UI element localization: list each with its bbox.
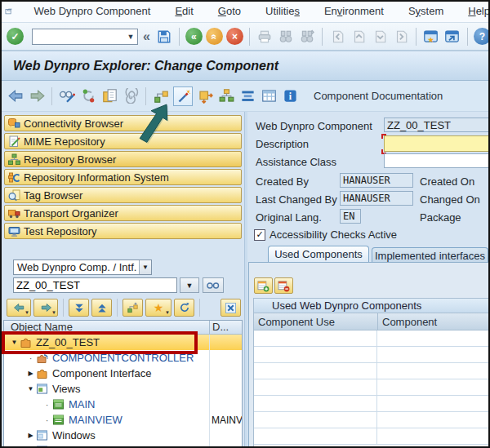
close-browser-button[interactable] (220, 299, 241, 317)
table-row[interactable] (254, 363, 490, 379)
command-input[interactable] (33, 30, 124, 43)
assistance-class-input[interactable] (384, 153, 490, 168)
find-icon (277, 28, 295, 46)
tree-row-main[interactable]: · MAIN (4, 397, 242, 412)
refresh-icon[interactable] (79, 87, 97, 105)
collapse-node-icon[interactable]: ▼ (25, 385, 36, 393)
tree-node-desc (209, 428, 242, 443)
delete-row-button[interactable] (274, 277, 293, 294)
table-row[interactable] (254, 379, 490, 396)
component-documentation-button[interactable]: Component Documentation (314, 90, 443, 102)
browser-button-repo-info-system[interactable]: Repository Information System (4, 169, 242, 185)
expand-node-icon[interactable]: ▶ (25, 432, 36, 439)
command-dropdown-icon[interactable]: ▼ (124, 29, 137, 44)
back-arrow-icon[interactable] (7, 87, 24, 105)
tab-implemented-interfaces[interactable]: Implemented interfaces (372, 247, 488, 264)
sort-levels-icon[interactable] (238, 87, 256, 105)
menu-web-dynpro-component[interactable]: Web Dynpro Component (34, 5, 151, 17)
table-row[interactable] (254, 347, 490, 363)
browser-button-repository[interactable]: Repository Browser (4, 151, 242, 167)
enter-icon[interactable]: ✓ (7, 28, 24, 45)
tag-browser-icon (8, 189, 20, 202)
tree-row-web-dynpro-applications[interactable]: ▶ Web Dynpro Applications (4, 443, 242, 448)
info-icon[interactable]: i (281, 87, 299, 105)
browser-button-tag[interactable]: Tag Browser (4, 187, 242, 203)
system-menu-icon[interactable] (5, 5, 13, 18)
test-repository-icon (8, 225, 20, 237)
table-row[interactable] (254, 396, 490, 412)
tree-node-desc (209, 443, 242, 448)
collapse-node-icon[interactable]: ▼ (9, 339, 20, 346)
menu-environment[interactable]: Environment (324, 5, 384, 17)
main-content: Connectivity Browser MIME Repository Rep… (0, 112, 490, 448)
browser-button-mime[interactable]: MIME Repository (4, 133, 242, 149)
last-changed-by-label: Last Changed By (256, 193, 337, 206)
tree-row-componentcontroller[interactable]: · COMPONENTCONTROLLER (4, 350, 242, 366)
object-list-icon[interactable] (217, 87, 235, 105)
tree-row-windows[interactable]: ▶ Windows (4, 428, 242, 443)
command-field[interactable]: ▼ (32, 29, 138, 45)
expand-node-icon[interactable]: ▶ (25, 370, 36, 377)
display-other-object-icon[interactable] (196, 87, 214, 105)
menu-goto[interactable]: Goto (218, 5, 241, 17)
dropdown-arrow-icon: ▼ (165, 310, 170, 315)
object-structure-icon[interactable] (152, 87, 170, 105)
display-change-icon[interactable] (58, 87, 76, 105)
back-icon[interactable]: « (185, 28, 203, 45)
browser-button-label: Transport Organizer (24, 207, 118, 220)
accessibility-checkbox[interactable]: ✓ (254, 229, 265, 241)
menu-help[interactable]: Help (468, 5, 490, 17)
description-input[interactable] (384, 135, 490, 152)
tree-node-label: Component Interface (52, 367, 151, 379)
tree-header-object-name[interactable]: Object Name (4, 321, 209, 334)
tree-row-component[interactable]: ▼ ZZ_00_TEST (4, 335, 242, 350)
tree-row-mainview[interactable]: · MAINVIEW MAINV (4, 412, 242, 428)
menu-utilities[interactable]: Utilities (265, 5, 300, 17)
tab-used-components[interactable]: Used Components (268, 246, 369, 262)
object-name-history-button[interactable]: ▼ (180, 277, 199, 293)
table-row[interactable] (254, 330, 490, 347)
cancel-icon[interactable]: × (226, 28, 243, 45)
insert-row-button[interactable] (254, 277, 273, 294)
help-icon[interactable]: ? (474, 28, 490, 45)
table-row[interactable] (254, 412, 490, 428)
tree-header-description[interactable]: D... (209, 321, 242, 334)
table-view-icon[interactable] (260, 87, 278, 105)
browser-button-test-repository[interactable]: Test Repository (4, 223, 242, 239)
menu-system[interactable]: System (408, 5, 443, 17)
spiral-icon[interactable] (122, 87, 140, 105)
browser-button-label: Test Repository (24, 225, 97, 237)
toolbar-separator (199, 299, 200, 317)
history-forward-button[interactable]: ▼ (33, 299, 58, 317)
table-row[interactable] (254, 428, 490, 445)
tree-row-component-interface[interactable]: ▶ Component Interface (4, 366, 242, 381)
forward-arrow-icon[interactable] (28, 87, 46, 105)
history-back-button[interactable]: ▼ (7, 299, 31, 317)
save-icon[interactable] (155, 28, 173, 46)
browser-button-transport[interactable]: Transport Organizer (4, 205, 242, 221)
browser-button-connectivity[interactable]: Connectivity Browser (4, 115, 242, 131)
table-row-toolbar (254, 277, 293, 294)
favorites-button[interactable]: ★▼ (145, 299, 172, 317)
column-component[interactable]: Component (378, 313, 490, 330)
object-type-dropdown-icon[interactable]: ▼ (139, 260, 151, 274)
collapse-icon[interactable]: « (143, 29, 150, 44)
menu-edit[interactable]: Edit (175, 5, 193, 17)
copy-icon[interactable] (100, 87, 118, 105)
new-session-icon[interactable]: ★ (422, 28, 440, 46)
object-name-input[interactable] (13, 277, 177, 293)
column-component-use[interactable]: Component Use (254, 313, 378, 330)
display-object-button[interactable] (203, 277, 224, 293)
create-shortcut-icon[interactable] (443, 28, 461, 46)
object-type-select[interactable]: Web Dynpro Comp. / Intf. ▼ (13, 259, 152, 275)
edit-object-button[interactable] (173, 86, 193, 106)
transport-organizer-icon (8, 207, 20, 220)
used-components-panel: Used Web Dynpro Components Component Use… (248, 262, 490, 448)
tree-header[interactable]: Object Name D... (4, 321, 242, 335)
tree-row-views[interactable]: ▼ Views (4, 381, 242, 397)
collapse-all-button[interactable] (91, 299, 112, 317)
expand-all-button[interactable] (69, 299, 89, 317)
refresh-tree-button[interactable] (174, 299, 194, 317)
open-object-button[interactable] (122, 299, 143, 317)
exit-icon[interactable]: « (206, 28, 223, 45)
